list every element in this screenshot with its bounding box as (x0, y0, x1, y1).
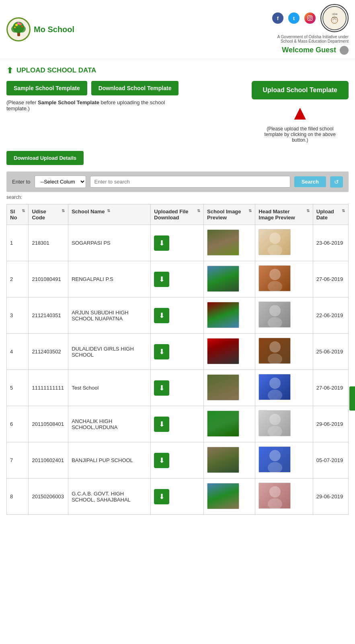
cell-school-name: ANCHALIK HIGH SCHOOL,URDUNA (68, 406, 151, 442)
cell-udise: 11111111111 (29, 370, 68, 406)
cell-download: ⬇ (151, 297, 204, 334)
cell-download: ⬇ (151, 370, 204, 406)
headmaster-image-preview (259, 374, 291, 400)
upload-arrow-indicator: ▲ (290, 103, 310, 123)
school-image-preview (207, 411, 239, 437)
headmaster-image-preview (259, 483, 291, 509)
svg-point-30 (268, 462, 282, 473)
download-file-button[interactable]: ⬇ (154, 308, 169, 323)
sample-template-button[interactable]: Sample School Template (6, 81, 87, 95)
search-input[interactable] (90, 176, 290, 188)
svg-point-22 (268, 317, 282, 328)
sort-icon-date[interactable]: ⇅ (342, 208, 345, 213)
sort-icon-school[interactable]: ⇅ (107, 208, 110, 213)
headmaster-image-preview (259, 446, 291, 473)
cell-upload-date: 23-06-2019 (313, 225, 348, 261)
cell-sl: 5 (7, 370, 29, 406)
th-school-name: School Name ⇅ (68, 204, 151, 225)
search-column-select[interactable]: --Select Colum (35, 175, 86, 188)
cell-sl: 2 (7, 261, 29, 297)
cell-school-image (204, 261, 255, 297)
svg-point-7 (17, 22, 20, 25)
upload-template-button[interactable]: Upload School Template (252, 81, 349, 99)
table-row: 720110602401BANJIPALI PUP SCHOOL⬇ 05-07-… (7, 442, 349, 479)
svg-point-11 (309, 17, 311, 19)
upload-arrow-icon: ⬆ (6, 66, 13, 75)
school-image-preview (207, 266, 239, 292)
cell-download: ⬇ (151, 442, 204, 479)
cell-udise: 20110508401 (29, 406, 68, 442)
cell-school-image (204, 370, 255, 406)
cell-sl: 7 (7, 442, 29, 479)
refresh-button[interactable]: ↺ (330, 176, 343, 188)
search-label: Enter to (12, 179, 31, 185)
logo-image (6, 17, 31, 41)
table-row: 820150206003G.C.A.B. GOVT. HIGH SCHOOL, … (7, 479, 349, 515)
sort-icon-himg[interactable]: ⇅ (306, 208, 310, 213)
main-content: ⬆ Upload School Data Sample School Templ… (0, 59, 355, 521)
download-file-button[interactable]: ⬇ (154, 272, 169, 287)
cell-upload-date: 22-06-2019 (313, 297, 348, 334)
sort-icon-udise[interactable]: ⇅ (62, 208, 65, 213)
svg-point-24 (268, 353, 282, 364)
cell-sl: 1 (7, 225, 29, 261)
svg-point-31 (269, 486, 281, 497)
cell-sl: 8 (7, 479, 29, 515)
cell-upload-date: 29-06-2019 (313, 479, 348, 515)
table-row: 32112140351ARJUN SUBUDHI HIGH SCHOOL NUA… (7, 297, 349, 334)
instagram-icon[interactable] (304, 12, 316, 24)
table-row: 22101080491RENGALPALI P.S⬇ 27-06-2019 (7, 261, 349, 297)
sort-icon-simg[interactable]: ⇅ (248, 208, 252, 213)
upload-section: Sample School Template Download School T… (6, 81, 349, 143)
twitter-icon[interactable]: t (288, 12, 300, 24)
section-title: ⬆ Upload School Data (6, 66, 349, 75)
sort-icon-sl[interactable]: ⇅ (22, 208, 25, 213)
headmaster-image-preview (259, 301, 291, 328)
facebook-icon[interactable]: f (272, 12, 283, 24)
cell-udise: 2112403502 (29, 334, 68, 370)
cell-school-image (204, 297, 255, 334)
table-row: 620110508401ANCHALIK HIGH SCHOOL,URDUNA⬇… (7, 406, 349, 442)
cell-school-image (204, 334, 255, 370)
data-table: Sl No ⇅ Udise Code ⇅ School Name ⇅ Uploa… (6, 204, 349, 515)
govt-logo: ଓଡ଼ିଶା ଭାରତ (320, 4, 349, 32)
download-details-button[interactable]: Download Upload Details (6, 151, 84, 165)
table-row: 1218301SOGARPASI PS⬇ 23-06-2019 (7, 225, 349, 261)
welcome-text: Welcome Guest (282, 46, 349, 55)
svg-point-26 (268, 390, 282, 400)
svg-point-8 (14, 27, 16, 28)
cell-school-image (204, 442, 255, 479)
school-image-preview (207, 229, 239, 256)
download-file-button[interactable]: ⬇ (154, 380, 169, 396)
cell-school-name: BANJIPALI PUP SCHOOL (68, 442, 151, 479)
svg-point-25 (269, 378, 281, 389)
download-file-button[interactable]: ⬇ (154, 453, 169, 468)
download-template-button[interactable]: Download School Template (91, 81, 179, 95)
template-buttons: Sample School Template Download School T… (6, 81, 244, 95)
download-file-button[interactable]: ⬇ (154, 344, 169, 359)
search-sub-label: search: (6, 194, 349, 200)
cell-school-name: DULALIDEVI GIRLS HIGH SCHOOL (68, 334, 151, 370)
cell-sl: 3 (7, 297, 29, 334)
cell-download: ⬇ (151, 261, 204, 297)
cell-headmaster-image (255, 225, 313, 261)
scrollbar[interactable] (349, 386, 355, 411)
download-file-button[interactable]: ⬇ (154, 235, 169, 251)
cell-udise: 218301 (29, 225, 68, 261)
govt-text: A Government of Odisha Initiative under … (276, 35, 349, 43)
download-file-button[interactable]: ⬇ (154, 489, 169, 504)
download-file-button[interactable]: ⬇ (154, 417, 169, 432)
svg-point-23 (269, 341, 281, 353)
sort-icon-file[interactable]: ⇅ (197, 208, 200, 213)
cell-school-name: G.C.A.B. GOVT. HIGH SCHOOL, SAHAJBAHAL (68, 479, 151, 515)
cell-headmaster-image (255, 297, 313, 334)
user-avatar-icon (340, 46, 349, 55)
th-school-image: School Image Preview ⇅ (204, 204, 255, 225)
logo-area: Mo School (6, 17, 74, 41)
search-button[interactable]: Search (294, 176, 326, 187)
cell-download: ⬇ (151, 406, 204, 442)
cell-headmaster-image (255, 261, 313, 297)
svg-point-12 (311, 17, 312, 17)
cell-upload-date: 27-06-2019 (313, 261, 348, 297)
school-image-preview (207, 374, 239, 400)
